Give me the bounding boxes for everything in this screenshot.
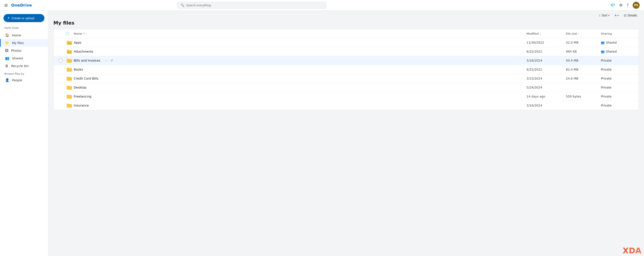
sharing-value: Private [601, 95, 612, 98]
file-name: Books [74, 68, 83, 71]
create-upload-button[interactable]: + Create or upload [4, 14, 44, 22]
layout: + Create or upload Parth Shah 🏠 Home 📁 M… [0, 11, 644, 256]
file-modified: 3/16/2024 [526, 104, 566, 107]
col-sharing-label: Sharing [601, 32, 612, 35]
filesize-sort-icon: ⌄ [578, 33, 580, 35]
file-name: Desktop [74, 86, 86, 89]
more-options-button[interactable]: ··· [104, 58, 108, 63]
page-title: My files [54, 20, 639, 26]
topbar: ⊞ OneDrive 🔍 💎 ⚙ ? PS [0, 0, 644, 11]
premium-icon[interactable]: 💎 [610, 3, 615, 8]
sidebar-username: Parth Shah [0, 26, 48, 31]
file-name-cell: Insurance [74, 104, 526, 107]
name-sort-asc-icon: ↑ [83, 33, 85, 35]
col-modified-label: Modified [526, 32, 538, 35]
folder-icon [66, 103, 72, 108]
file-name: Freelancing [74, 95, 91, 98]
sharing-cell: Private [601, 95, 636, 98]
table-row[interactable]: Attachments 6/25/2022 964 KB 👥Shared [54, 47, 638, 56]
file-size: 32.0 MB [566, 41, 601, 44]
sharing-icon: 👥 [601, 41, 604, 44]
details-icon: ⊡ [624, 14, 626, 17]
row-checkbox[interactable] [56, 59, 65, 63]
apps-grid-icon[interactable]: ⊞ [4, 3, 8, 8]
col-header-sharing: Sharing [601, 32, 636, 35]
settings-icon[interactable]: ⚙ [619, 3, 622, 8]
file-modified: 6/25/2022 [526, 50, 566, 53]
file-name-cell: Freelancing [74, 95, 526, 98]
sidebar-item-myfiles[interactable]: 📁 My files [0, 39, 48, 47]
sidebar-item-shared[interactable]: 👥 Shared [0, 54, 48, 62]
folder-icon [66, 49, 72, 54]
file-size: 24.6 MB [566, 77, 601, 80]
file-rows-container: Apps 11/30/2022 32.0 MB 👥Shared Att [54, 38, 638, 110]
sharing-cell: Private [601, 104, 636, 107]
main-content: ↕ Sort ▾ ≡ ▾ ⊡ Details My files 📄 [48, 11, 644, 256]
sidebar-item-people[interactable]: 👤 People [0, 76, 48, 84]
create-upload-label: Create or upload [12, 17, 34, 20]
search-input[interactable] [186, 4, 323, 7]
sharing-cell: Private [601, 59, 636, 62]
sidebar-item-shared-label: Shared [12, 57, 23, 60]
table-row[interactable]: Insurance 3/16/2024 Private [54, 101, 638, 110]
file-table-header: 📄 Name ↑ ⌄ Modified ⌄ File size ⌄ [54, 29, 638, 38]
file-icon-cell [65, 49, 74, 54]
sidebar-item-home[interactable]: 🏠 Home [0, 31, 48, 39]
sharing-cell: 👥Shared [601, 41, 636, 44]
sharing-value: Private [601, 86, 612, 89]
file-name: Attachments [74, 50, 93, 53]
topbar-actions: 💎 ⚙ ? PS [610, 2, 640, 9]
sharing-cell: Private [601, 86, 636, 89]
share-button[interactable]: ↗ [110, 58, 114, 63]
file-size: 82.4 MB [566, 68, 601, 71]
file-name: Credit Card Bills [74, 77, 98, 80]
sidebar-item-people-label: People [12, 79, 22, 82]
avatar[interactable]: PS [632, 2, 640, 9]
table-row[interactable]: Freelancing 14 days ago 559 bytes Privat… [54, 92, 638, 101]
col-header-name[interactable]: Name ↑ ⌄ [74, 32, 526, 35]
table-row[interactable]: Desktop 5/24/2024 Private [54, 83, 638, 92]
table-row[interactable]: Books 6/25/2022 82.4 MB Private [54, 65, 638, 74]
search-bar[interactable]: 🔍 [177, 2, 326, 9]
row-actions: ··· ↗ [104, 58, 114, 63]
sharing-value: Private [601, 68, 612, 71]
help-icon[interactable]: ? [626, 3, 629, 8]
sharing-value: Shared [606, 50, 617, 53]
file-icon-cell [65, 40, 74, 45]
col-header-modified[interactable]: Modified ⌄ [526, 32, 566, 35]
table-row[interactable]: Apps 11/30/2022 32.0 MB 👥Shared [54, 38, 638, 47]
file-name-cell: Apps [74, 41, 526, 44]
modified-sort-icon: ⌄ [539, 33, 541, 35]
folder-icon [66, 76, 72, 81]
sidebar-item-photos[interactable]: 🖼 Photos [0, 47, 48, 54]
folder-icon [66, 94, 72, 99]
view-button[interactable]: ≡ ▾ [613, 13, 620, 18]
details-button[interactable]: ⊡ Details [622, 13, 639, 18]
sort-button[interactable]: ↕ Sort ▾ [597, 13, 611, 18]
col-header-filesize[interactable]: File size ⌄ [566, 32, 601, 35]
file-name: Insurance [74, 104, 89, 107]
folder-icon [66, 40, 72, 45]
onedrive-logo: OneDrive [11, 3, 32, 8]
circle-checkbox[interactable] [59, 59, 62, 63]
sort-label: Sort [602, 14, 607, 17]
table-row[interactable]: Credit Card Bills 3/15/2024 24.6 MB Priv… [54, 74, 638, 83]
myfiles-icon: 📁 [5, 41, 10, 45]
shared-icon: 👥 [5, 56, 10, 60]
file-modified: 11/30/2022 [526, 41, 566, 44]
search-icon: 🔍 [180, 4, 184, 7]
sidebar-item-home-label: Home [12, 34, 21, 37]
table-row[interactable]: Bills and Invoices ··· ↗ 3/16/2024 50.4 … [54, 56, 638, 65]
people-icon: 👤 [5, 78, 10, 82]
sidebar-item-recycle-label: Recycle bin [11, 64, 29, 68]
file-size: 559 bytes [566, 95, 601, 98]
col-filesize-label: File size [566, 32, 577, 35]
view-chevron-icon: ▾ [618, 14, 618, 17]
file-name-cell: Books [74, 68, 526, 71]
folder-icon [66, 85, 72, 90]
file-icon-cell [65, 67, 74, 72]
file-size: 50.4 MB [566, 59, 601, 62]
sidebar: + Create or upload Parth Shah 🏠 Home 📁 M… [0, 11, 48, 256]
file-name-cell: Bills and Invoices ··· ↗ [74, 58, 526, 63]
sidebar-item-recycle[interactable]: 🗑 Recycle bin [0, 62, 48, 70]
